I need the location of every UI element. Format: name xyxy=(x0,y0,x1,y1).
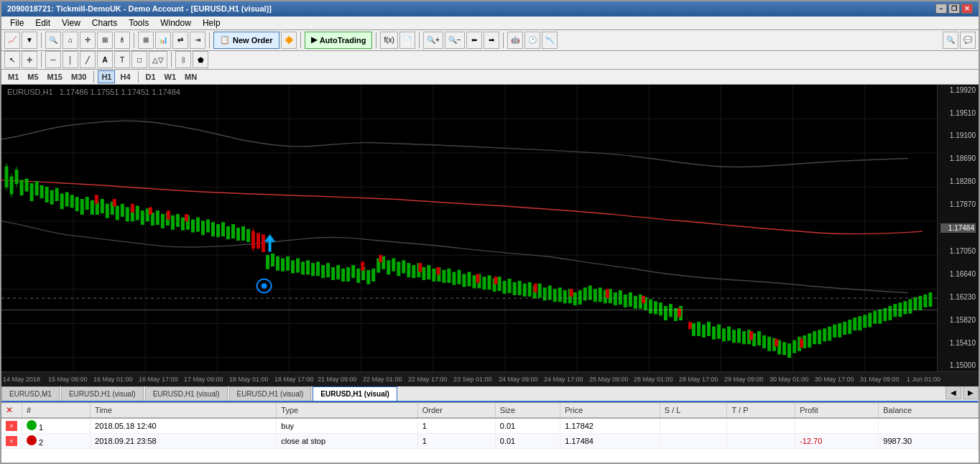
tf-d1[interactable]: D1 xyxy=(142,70,160,83)
tf-h1[interactable]: H1 xyxy=(98,70,115,83)
svg-rect-130 xyxy=(558,288,561,302)
svg-rect-97 xyxy=(392,259,395,271)
tb-expert-btn[interactable]: 🤖 xyxy=(507,32,523,49)
new-order-button[interactable]: 📋 New Order xyxy=(213,32,279,49)
tb-draw-label[interactable]: T xyxy=(114,51,130,68)
row2-close-btn[interactable]: × xyxy=(6,436,17,446)
tb-shift-btn[interactable]: ⇥ xyxy=(190,32,205,49)
svg-rect-213 xyxy=(361,262,364,270)
tb-autoscroll-btn[interactable]: ⇄ xyxy=(172,32,188,49)
tb-zoom-in-btn[interactable]: 🔍 xyxy=(45,32,61,49)
tb-home-btn[interactable]: ⌂ xyxy=(63,32,78,49)
menu-view[interactable]: View xyxy=(56,17,86,29)
tb-draw-trendline[interactable]: ╱ xyxy=(80,51,96,68)
titlebar: 2090018721: Tickmill-DemoUK - Demo Accou… xyxy=(1,1,979,17)
tf-mn[interactable]: MN xyxy=(181,70,200,83)
svg-rect-168 xyxy=(758,332,761,345)
tb-draw-vline[interactable]: │ xyxy=(63,51,78,68)
tab-nav-prev[interactable]: ◀ xyxy=(946,386,961,400)
tb-draw-hline[interactable]: ─ xyxy=(45,51,61,68)
menu-window[interactable]: Window xyxy=(154,17,197,29)
svg-rect-123 xyxy=(523,284,526,296)
restore-button[interactable]: ❐ xyxy=(948,4,960,14)
col-header-price[interactable]: Price xyxy=(560,403,660,418)
tb-chart-type-btn[interactable]: 🕯 xyxy=(114,32,130,49)
tb-profiles-btn[interactable]: ▼ xyxy=(22,32,37,49)
autotrading-button[interactable]: ▶ AutoTrading xyxy=(305,32,373,49)
tb-draw-tools[interactable]: △▽ xyxy=(149,51,167,68)
tb-templates-btn[interactable]: 📄 xyxy=(399,32,415,49)
svg-rect-110 xyxy=(458,270,461,284)
tab-2[interactable]: EURUSD,H1 (visual) xyxy=(145,386,228,401)
tb-crosshair-btn[interactable]: ✛ xyxy=(80,32,96,49)
col-header-tp[interactable]: T / P xyxy=(727,403,795,418)
tb-draw-text[interactable]: A xyxy=(97,51,113,68)
menu-edit[interactable]: Edit xyxy=(29,17,56,29)
menu-file[interactable]: File xyxy=(4,17,29,29)
tab-nav-next[interactable]: ▶ xyxy=(963,386,979,400)
menu-help[interactable]: Help xyxy=(197,17,226,29)
tf-m15[interactable]: M15 xyxy=(44,70,66,83)
tb-draw-rect[interactable]: □ xyxy=(131,51,147,68)
tf-m5[interactable]: M5 xyxy=(24,70,42,83)
tf-m30[interactable]: M30 xyxy=(68,70,90,83)
svg-rect-161 xyxy=(723,329,726,341)
svg-rect-164 xyxy=(738,329,741,343)
svg-rect-56 xyxy=(171,215,174,229)
close-all-icon[interactable]: ✕ xyxy=(6,405,13,415)
tb-draw-fib[interactable]: ⧚ xyxy=(175,51,191,68)
tf-w1[interactable]: W1 xyxy=(161,70,180,83)
svg-rect-78 xyxy=(297,259,300,272)
svg-rect-172 xyxy=(778,340,781,354)
tb-zoom-chart-out[interactable]: 🔍− xyxy=(445,32,465,49)
minimize-button[interactable]: − xyxy=(935,4,947,14)
row1-close-btn[interactable]: × xyxy=(6,421,17,431)
svg-rect-49 xyxy=(136,206,139,220)
tf-m1[interactable]: M1 xyxy=(4,70,22,83)
tb-draw-crosshair[interactable]: ✛ xyxy=(22,51,37,68)
row1-time: 2018.05.18 12:40 xyxy=(91,418,277,434)
col-header-balance[interactable]: Balance xyxy=(879,403,979,418)
tf-h4[interactable]: H4 xyxy=(116,70,134,83)
tb-volume-btn[interactable]: 📊 xyxy=(155,32,171,49)
tb-sep3 xyxy=(209,32,210,48)
col-header-profit[interactable]: Profit xyxy=(795,403,879,418)
tb-grid-btn[interactable]: ⊞ xyxy=(138,32,154,49)
tab-1[interactable]: EURUSD,H1 (visual) xyxy=(61,386,144,401)
col-header-size[interactable]: Size xyxy=(495,403,560,418)
tb-search-btn[interactable]: 🔍 xyxy=(943,32,958,49)
tb-comment-btn[interactable]: 💬 xyxy=(960,32,976,49)
tb-scroll-left[interactable]: ⬅ xyxy=(466,32,482,49)
tab-3[interactable]: EURUSD,H1 (visual) xyxy=(229,386,312,401)
close-window-button[interactable]: ✕ xyxy=(961,4,973,14)
svg-rect-211 xyxy=(167,210,170,218)
col-header-order[interactable]: Order xyxy=(417,403,495,418)
tb-clock-btn[interactable]: 🕐 xyxy=(524,32,540,49)
tab-4[interactable]: EURUSD,H1 (visual) xyxy=(313,386,397,401)
tab-0[interactable]: EURUSD,M1 xyxy=(1,386,60,401)
col-header-type[interactable]: Type xyxy=(277,403,417,418)
svg-rect-39 xyxy=(85,197,88,209)
svg-rect-105 xyxy=(433,269,435,281)
tb-indicators-btn[interactable]: f(x) xyxy=(380,32,397,49)
col-header-sl[interactable]: S / L xyxy=(660,403,727,418)
svg-rect-141 xyxy=(614,292,616,305)
tb-draw-cursor[interactable]: ↖ xyxy=(4,51,20,68)
tb-market-watch-btn[interactable]: 📉 xyxy=(542,32,558,49)
menu-charts[interactable]: Charts xyxy=(86,17,123,29)
col-header-time[interactable]: Time xyxy=(91,403,277,418)
tb-zoom-chart-in[interactable]: 🔍+ xyxy=(423,32,443,49)
svg-rect-217 xyxy=(476,274,479,282)
new-order-icon: 📋 xyxy=(220,35,230,45)
col-header-num[interactable]: # xyxy=(22,403,91,418)
svg-rect-216 xyxy=(437,267,440,274)
svg-rect-214 xyxy=(379,255,382,261)
chart-area[interactable]: EURUSD,H1 1.17486 1.17551 1.17451 1.1748… xyxy=(1,85,979,371)
menu-tools[interactable]: Tools xyxy=(123,17,154,29)
tb-draw-shapes[interactable]: ⬟ xyxy=(193,51,208,68)
tb-new-chart-btn[interactable]: 📈 xyxy=(4,32,20,49)
tb-scroll-right[interactable]: ➡ xyxy=(484,32,499,49)
tb-pending-btn[interactable]: 🔶 xyxy=(281,32,297,49)
svg-rect-180 xyxy=(818,330,821,344)
tb-period-sep-btn[interactable]: ⊞ xyxy=(97,32,113,49)
